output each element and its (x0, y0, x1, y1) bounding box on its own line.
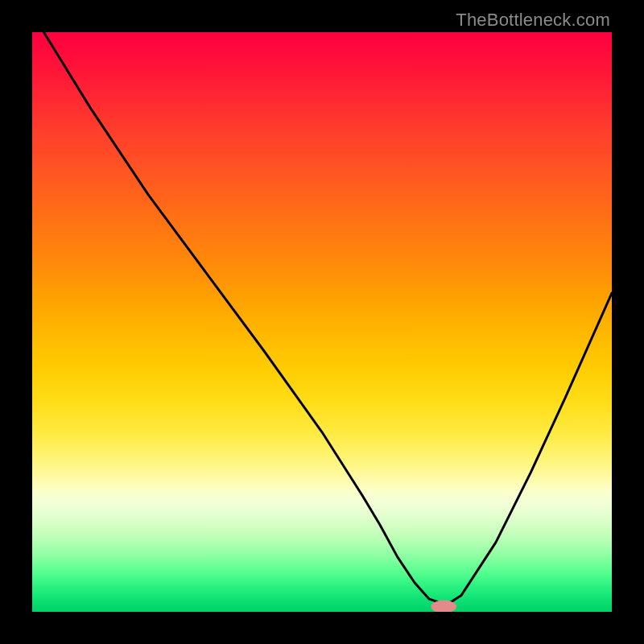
bottleneck-line (43, 32, 612, 605)
watermark-text: TheBottleneck.com (456, 10, 610, 31)
chart-frame: TheBottleneck.com (0, 0, 644, 644)
plot-area (32, 32, 612, 612)
bottleneck-curve-svg (32, 32, 612, 612)
